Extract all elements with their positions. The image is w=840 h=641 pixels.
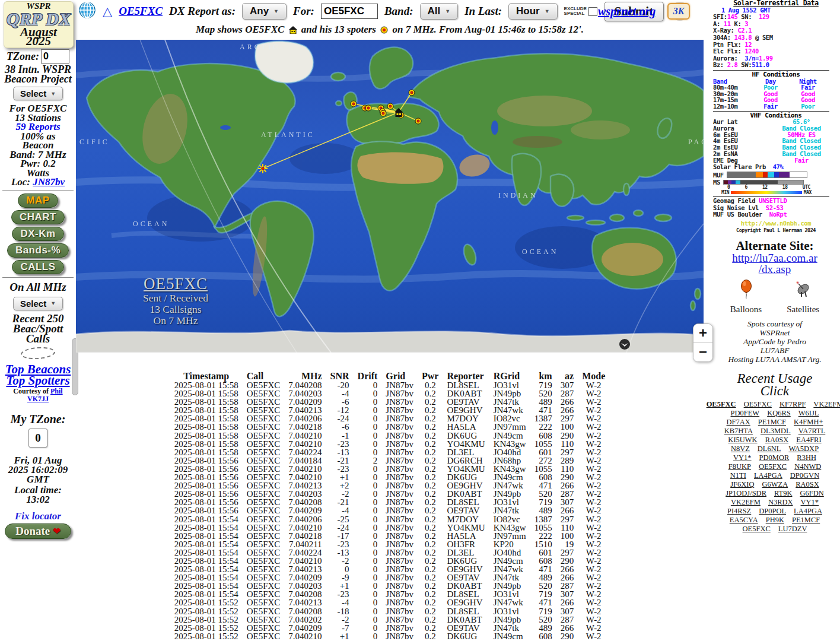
muf-bar xyxy=(727,172,807,178)
locator-link[interactable]: JN87bv xyxy=(33,176,65,188)
spotter-marker[interactable] xyxy=(387,103,393,109)
recent-usage-link[interactable]: OE5FXC xyxy=(707,400,736,409)
sidebar-button-calls[interactable]: CALLS xyxy=(12,260,63,274)
band-select-top[interactable]: All ▼ xyxy=(420,3,459,20)
usage-row: N8VZDL6NLWA5DXP xyxy=(711,445,839,453)
recent-usage-link[interactable]: R3HH xyxy=(797,453,816,462)
recent-usage-link[interactable]: PE1MCF xyxy=(758,418,786,427)
callsign-link[interactable]: OE5FXC xyxy=(119,5,163,18)
locator-label: Loc: xyxy=(11,176,33,188)
spots-table-header: TimestampCallMHzSNRDriftGridPwrReporterR… xyxy=(170,371,610,381)
recent-usage-link[interactable]: OE5FXC xyxy=(743,525,771,534)
recent-usage-link[interactable]: PE1MCF xyxy=(792,516,820,525)
map-title-start: Map shows OE5FXC xyxy=(196,24,284,35)
recent-usage-line2: Click xyxy=(711,385,839,397)
recent-usage-link[interactable]: VK2EFM xyxy=(813,400,840,409)
recent-usage-link[interactable]: RA0SX xyxy=(765,436,789,445)
my-tzone-input[interactable] xyxy=(28,429,47,448)
fix-locator-link[interactable]: Fix locator xyxy=(0,510,76,522)
sidebar-button-bands-[interactable]: Bands-% xyxy=(7,243,69,258)
tzone-input[interactable] xyxy=(41,49,69,64)
recent-usage-link[interactable]: LA4PGA xyxy=(754,471,782,480)
recent-usage-link[interactable]: LA4PGA xyxy=(794,507,822,516)
callsign-input[interactable] xyxy=(321,4,378,19)
phil-link[interactable]: Phil xyxy=(50,387,63,395)
recent-usage-link[interactable]: K4FMH+ xyxy=(794,418,823,427)
ocean-label: INDIAN xyxy=(498,191,538,199)
sidebar-button-chart[interactable]: CHART xyxy=(11,210,65,224)
recent-usage-link[interactable]: F8UKP xyxy=(728,462,751,471)
recent-usage-link[interactable]: JF6XIQ xyxy=(730,480,754,489)
recent-usage-link[interactable]: G6WZA xyxy=(762,480,788,489)
report-type-select[interactable]: Any ▼ xyxy=(242,3,287,20)
recent-usage-link[interactable]: RT9K xyxy=(774,489,793,498)
recent-usage-link[interactable]: DL6NL xyxy=(758,445,781,453)
recent-usage-link[interactable]: RA0SX xyxy=(796,480,819,489)
exclude-special-checkbox[interactable] xyxy=(588,7,597,16)
spotter-marker[interactable] xyxy=(415,118,421,124)
satellite-dish-icon[interactable]: ✳ · xyxy=(796,281,811,301)
recent-usage-link[interactable]: OE5FXC xyxy=(759,462,787,471)
alternate-site-link[interactable]: http://lu7aa.com.ar xyxy=(711,252,839,264)
sidebar-button-dx-km[interactable]: DX-Km xyxy=(12,227,63,241)
spotter-marker[interactable] xyxy=(351,101,357,107)
recent-usage-link[interactable]: N3RDX xyxy=(768,498,793,507)
recent-usage-link[interactable]: LU7DZV xyxy=(778,525,807,534)
recent-usage-link[interactable]: DF7AX xyxy=(727,418,750,427)
zoom-out-button[interactable]: − xyxy=(693,343,712,361)
recent-usage-link[interactable]: KQ6RS xyxy=(767,409,791,418)
recent-usage-link[interactable]: WA5DXP xyxy=(788,445,819,453)
ocean-label: PAC xyxy=(688,138,704,146)
recent-usage-link[interactable]: KF7RPF xyxy=(779,400,806,409)
triangle-icon[interactable]: △ xyxy=(103,5,112,18)
spot-row: 2025-08-01 15:54OE5FXC7.040206-250JN87bv… xyxy=(170,515,610,523)
recent-usage-link[interactable]: PI4RSZ xyxy=(727,507,751,516)
all-mhz-select[interactable]: Select ▼ xyxy=(13,297,63,310)
recent-usage-link[interactable]: N4NWD xyxy=(794,462,821,471)
balloon-icon[interactable] xyxy=(740,280,753,301)
vk7jj-link[interactable]: VK7JJ xyxy=(27,395,49,403)
recent-usage-link[interactable]: KB7HTA xyxy=(724,427,753,436)
recent-usage-link[interactable]: G6FDN xyxy=(800,489,823,498)
recent-usage-link[interactable]: PH9K xyxy=(766,516,784,525)
donate-button[interactable]: Donate ❤ xyxy=(5,523,71,539)
recent-usage-link[interactable]: VK2EFM xyxy=(731,498,761,507)
recent-usage-link[interactable]: N1TI xyxy=(730,471,746,480)
recent-usage-link[interactable]: VY1* xyxy=(801,498,819,507)
solar-terrestrial-widget: Solar-Terrestrial Data 1 Aug 1552 GMT SF… xyxy=(711,0,839,233)
ms-bar-row: MS xyxy=(713,179,839,185)
recent-usage-link[interactable]: EA4FRI xyxy=(796,436,821,445)
recent-usage-link[interactable]: W6IJL xyxy=(798,409,819,418)
recent-usage-link[interactable]: N8VZ xyxy=(731,445,750,453)
credit-line: WSPRnet xyxy=(711,328,839,337)
band-select[interactable]: Select ▼ xyxy=(13,87,63,100)
alternate-site-link2[interactable]: /dx.asp xyxy=(711,264,839,275)
sidebar-button-map[interactable]: MAP xyxy=(18,193,58,208)
recent-usage-link[interactable]: OE5FXC xyxy=(744,400,772,409)
spotter-marker[interactable] xyxy=(409,90,415,96)
recent-usage-link[interactable]: VY1* xyxy=(733,453,752,462)
zoom-in-button[interactable]: + xyxy=(693,324,712,343)
recent-usage-link[interactable]: DP0GVN xyxy=(790,471,819,480)
tzone-label: TZone: xyxy=(7,50,39,63)
top-spotters-link[interactable]: Top Spotters xyxy=(0,375,76,386)
special-marker[interactable] xyxy=(258,164,268,173)
spotter-marker[interactable] xyxy=(365,105,371,111)
spot-row: 2025-08-01 15:56OE5FXC7.040184-212JN87bv… xyxy=(170,456,610,465)
in-last-select[interactable]: Hour ▼ xyxy=(508,3,558,20)
world-map[interactable]: ARCTICATLANTICCIFICOCEANINDIANOCEANPAC O… xyxy=(76,40,704,353)
recent-usage-link[interactable]: VA7RTL xyxy=(798,427,826,436)
recent-usage-link[interactable]: DP0POL xyxy=(759,507,786,516)
globe-icon[interactable] xyxy=(78,1,96,21)
spotter-marker[interactable] xyxy=(380,110,386,116)
wsprnet-link[interactable]: wsprnet.org xyxy=(598,5,656,18)
spot-row: 2025-08-01 15:58OE5FXC7.040203-40JN87bv0… xyxy=(170,389,610,398)
recent-usage-link[interactable]: JP1ODJ/SDR xyxy=(726,489,766,498)
n0nbh-link[interactable]: http://www.n0nbh.com xyxy=(713,220,839,227)
recent-usage-link[interactable]: PD0MOR xyxy=(759,453,790,462)
recent-usage-link[interactable]: KI5UWK xyxy=(728,436,757,445)
recent-usage-link[interactable]: DL3MDL xyxy=(761,427,791,436)
spot-row: 2025-08-01 15:58OE5FXC7.040224-130JN87bv… xyxy=(170,448,610,456)
recent-usage-link[interactable]: EA5CYA xyxy=(730,516,758,525)
recent-usage-link[interactable]: PD0FEW xyxy=(731,409,760,418)
